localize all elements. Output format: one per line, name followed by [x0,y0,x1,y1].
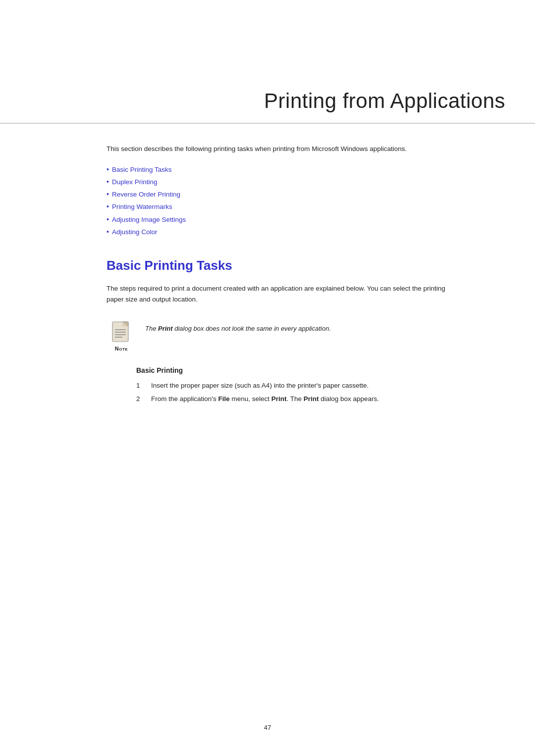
step-1: 1 Insert the proper paper size (such as … [136,380,446,392]
toc-link-basic-printing[interactable]: Basic Printing Tasks [112,164,172,176]
page: Printing from Applications This section … [0,0,535,756]
step-2: 2 From the application's File menu, sele… [136,394,446,405]
chapter-header: Printing from Applications [0,0,535,124]
section-intro-text: The steps required to print a document c… [107,283,446,304]
chapter-title-text: Printing from Applications [264,89,505,112]
toc-link-watermarks[interactable]: Printing Watermarks [112,201,172,213]
toc-item-6: Adjusting Color [107,226,446,238]
step-text-1: Insert the proper paper size (such as A4… [151,380,446,392]
step-number-1: 1 [136,380,144,392]
print-bold: Print [271,395,287,403]
note-bold-print: Print [158,325,173,332]
toc-link-reverse-order[interactable]: Reverse Order Printing [112,189,180,201]
step-number-2: 2 [136,394,144,405]
page-footer: 47 [0,724,535,731]
toc-item-2: Duplex Printing [107,176,446,188]
toc-link-image-settings[interactable]: Adjusting Image Settings [112,214,186,226]
toc-link-adjusting-color[interactable]: Adjusting Color [112,226,158,238]
print-dialog-bold: Print [304,395,319,403]
page-number: 47 [264,724,271,731]
note-icon-area: Note [107,320,136,352]
section-heading-basic-printing: Basic Printing Tasks [107,258,446,273]
note-label: Note [115,346,128,352]
steps-list: 1 Insert the proper paper size (such as … [136,380,446,405]
step-text-2: From the application's File menu, select… [151,394,446,405]
note-box: Note The Print dialog box does not look … [107,320,446,352]
toc-list: Basic Printing Tasks Duplex Printing Rev… [107,163,446,239]
subsection-heading: Basic Printing [136,366,446,374]
toc-item-5: Adjusting Image Settings [107,213,446,226]
subsection-basic-printing: Basic Printing 1 Insert the proper paper… [107,366,446,405]
content-area: This section describes the following pri… [0,144,535,404]
note-icon [108,320,134,346]
toc-link-duplex-printing[interactable]: Duplex Printing [112,176,158,188]
toc-item-1: Basic Printing Tasks [107,163,446,176]
intro-paragraph: This section describes the following pri… [107,144,446,154]
chapter-title: Printing from Applications [30,89,505,113]
file-menu-bold: File [218,395,229,403]
section-basic-printing: Basic Printing Tasks The steps required … [107,258,446,404]
toc-item-3: Reverse Order Printing [107,188,446,201]
toc-item-4: Printing Watermarks [107,201,446,213]
note-text: The Print dialog box does not look the s… [145,320,331,334]
